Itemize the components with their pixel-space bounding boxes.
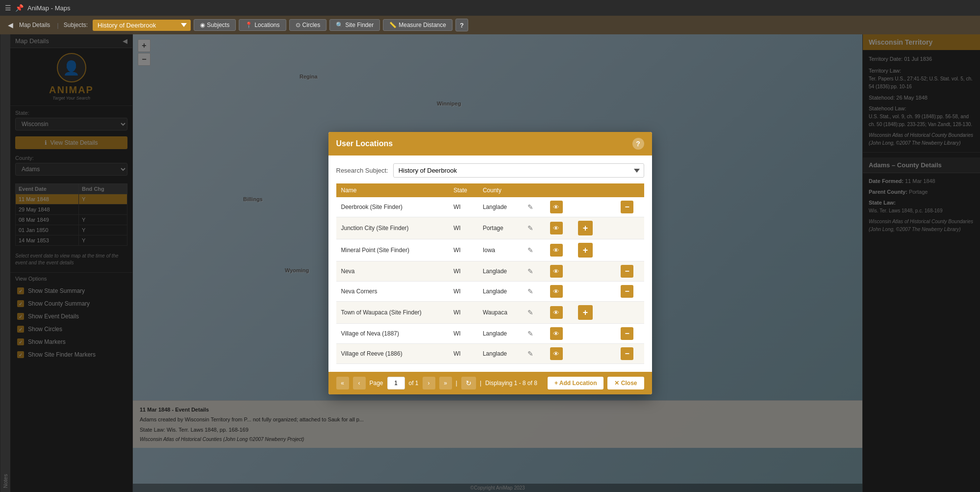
- pin-icon[interactable]: 📌: [15, 4, 24, 12]
- edit-location-btn[interactable]: ✎: [526, 223, 535, 233]
- modal-overlay: User Locations ? Research Subject: Histo…: [0, 34, 980, 492]
- measure-distance-btn[interactable]: 📏 Measure Distance: [383, 19, 452, 31]
- location-name: Town of Waupaca (Site Finder): [336, 302, 449, 324]
- location-edit-cell: ✎: [521, 197, 545, 217]
- subjects-btn[interactable]: ◉ Subjects: [194, 19, 236, 31]
- location-plus-cell: +: [573, 217, 603, 239]
- pagination-sep: |: [456, 380, 457, 387]
- pagination-page-input[interactable]: [387, 377, 405, 389]
- top-bar: ☰ 📌 AniMap - Maps: [0, 0, 980, 16]
- pagination-first-btn[interactable]: «: [336, 377, 349, 389]
- location-county: Waupaca: [478, 302, 521, 324]
- edit-location-btn[interactable]: ✎: [526, 329, 535, 338]
- remove-from-research-btn[interactable]: −: [621, 347, 633, 360]
- site-finder-btn[interactable]: 🔍 Site Finder: [329, 19, 380, 31]
- location-county: Portage: [478, 217, 521, 239]
- view-location-btn[interactable]: 👁: [550, 347, 563, 360]
- location-eye-cell: 👁: [545, 197, 573, 217]
- location-state: WI: [449, 261, 478, 282]
- location-row: Junction City (Site Finder) WI Portage ✎…: [336, 217, 644, 239]
- location-minus-cell: −: [616, 261, 644, 282]
- close-modal-btn[interactable]: ✕ Close: [607, 377, 644, 389]
- location-plus-cell: [573, 197, 603, 217]
- location-spacer-cell: [603, 302, 616, 324]
- location-minus-cell: [616, 302, 644, 324]
- refresh-btn[interactable]: ↻: [461, 377, 476, 389]
- location-name: Neva Corners: [336, 282, 449, 302]
- edit-location-btn[interactable]: ✎: [526, 286, 535, 296]
- locations-icon: 📍: [245, 22, 252, 28]
- col-edit: [521, 183, 545, 197]
- location-plus-cell: [573, 261, 603, 282]
- view-location-btn[interactable]: 👁: [550, 201, 563, 213]
- location-state: WI: [449, 217, 478, 239]
- main-layout: Notes Map Details ◀ 👤 ANIMAP Target Your…: [0, 34, 980, 492]
- pagination-last-btn[interactable]: »: [439, 377, 452, 389]
- edit-location-btn[interactable]: ✎: [526, 202, 535, 212]
- location-row: Deerbrook (Site Finder) WI Langlade ✎ 👁 …: [336, 197, 644, 217]
- modal-body: Research Subject: History of Deerbrook N…: [328, 155, 652, 372]
- pagination-prev-btn[interactable]: ‹: [353, 377, 366, 389]
- pagination-next-btn[interactable]: ›: [423, 377, 435, 389]
- circles-btn[interactable]: ⊙ Circles: [289, 19, 327, 31]
- location-minus-cell: −: [616, 324, 644, 344]
- location-spacer-cell: [603, 344, 616, 364]
- edit-location-btn[interactable]: ✎: [526, 308, 535, 317]
- research-subject-select[interactable]: History of Deerbrook: [393, 163, 644, 178]
- toggle-sidebar-btn[interactable]: ◀: [5, 20, 16, 30]
- measure-icon: 📏: [389, 22, 397, 28]
- modal-footer: « ‹ Page of 1 › » | ↻ | Displaying 1 - 8…: [328, 372, 652, 394]
- view-location-btn[interactable]: 👁: [550, 306, 563, 319]
- remove-from-research-btn[interactable]: −: [621, 265, 633, 278]
- location-minus-cell: −: [616, 344, 644, 364]
- edit-location-btn[interactable]: ✎: [526, 266, 535, 276]
- location-spacer-cell: [603, 282, 616, 302]
- view-location-btn[interactable]: 👁: [550, 244, 563, 257]
- add-location-btn[interactable]: + Add Location: [548, 377, 604, 389]
- edit-location-btn[interactable]: ✎: [526, 349, 535, 359]
- location-state: WI: [449, 239, 478, 261]
- pagination-page-label: Page: [370, 380, 383, 387]
- location-row: Neva Corners WI Langlade ✎ 👁 −: [336, 282, 644, 302]
- toolbar-help-btn[interactable]: ?: [455, 19, 468, 31]
- col-name: Name: [336, 183, 449, 197]
- location-state: WI: [449, 324, 478, 344]
- location-edit-cell: ✎: [521, 302, 545, 324]
- subject-dropdown[interactable]: History of Deerbrook: [93, 20, 191, 31]
- location-name: Junction City (Site Finder): [336, 217, 449, 239]
- toolbar: ◀ Map Details | Subjects: History of Dee…: [0, 16, 980, 34]
- remove-from-research-btn[interactable]: −: [621, 201, 633, 213]
- location-name: Mineral Point (Site Finder): [336, 239, 449, 261]
- add-to-research-btn[interactable]: +: [578, 305, 593, 320]
- location-spacer-cell: [603, 261, 616, 282]
- view-location-btn[interactable]: 👁: [550, 222, 563, 234]
- location-spacer-cell: [603, 197, 616, 217]
- location-minus-cell: [616, 239, 644, 261]
- view-location-btn[interactable]: 👁: [550, 327, 563, 340]
- location-edit-cell: ✎: [521, 324, 545, 344]
- location-county: Langlade: [478, 324, 521, 344]
- location-eye-cell: 👁: [545, 261, 573, 282]
- locations-btn[interactable]: 📍 Locations: [239, 19, 286, 31]
- col-state: State: [449, 183, 478, 197]
- location-minus-cell: −: [616, 197, 644, 217]
- pagination-of-label: of 1: [409, 380, 419, 387]
- add-to-research-btn[interactable]: +: [578, 221, 593, 235]
- view-location-btn[interactable]: 👁: [550, 265, 563, 278]
- modal-help-btn[interactable]: ?: [632, 138, 644, 150]
- location-minus-cell: −: [616, 282, 644, 302]
- col-county: County: [478, 183, 521, 197]
- location-spacer-cell: [603, 324, 616, 344]
- modal-header: User Locations ?: [328, 132, 652, 155]
- edit-location-btn[interactable]: ✎: [526, 245, 535, 255]
- location-edit-cell: ✎: [521, 239, 545, 261]
- remove-from-research-btn[interactable]: −: [621, 327, 633, 340]
- hamburger-icon[interactable]: ☰: [5, 4, 11, 12]
- location-state: WI: [449, 197, 478, 217]
- research-subject-label: Research Subject:: [336, 167, 388, 174]
- add-to-research-btn[interactable]: +: [578, 243, 593, 258]
- remove-from-research-btn[interactable]: −: [621, 285, 633, 298]
- location-edit-cell: ✎: [521, 344, 545, 364]
- location-county: Iowa: [478, 239, 521, 261]
- view-location-btn[interactable]: 👁: [550, 285, 563, 298]
